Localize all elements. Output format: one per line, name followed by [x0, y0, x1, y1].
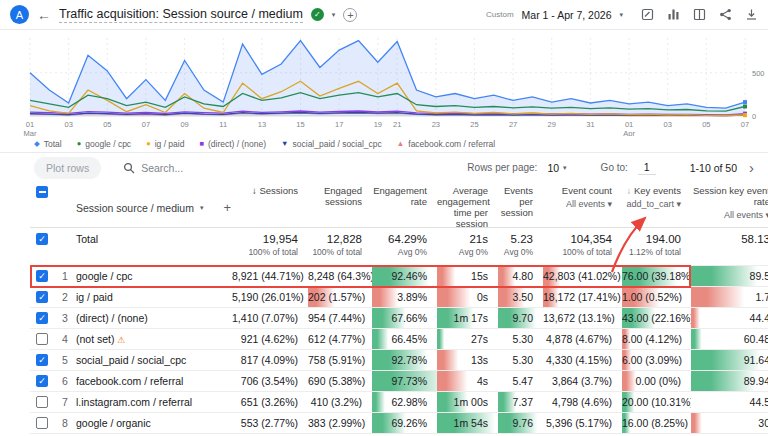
svg-text:25: 25: [470, 120, 478, 129]
svg-text:29: 29: [548, 120, 556, 129]
row-checkbox[interactable]: ✓: [36, 354, 48, 366]
legend-item[interactable]: ●ig / paid: [146, 139, 184, 149]
row-checkbox[interactable]: [36, 333, 48, 345]
column-header[interactable]: Events per session: [498, 182, 543, 227]
metric-cell: 5,190 (26.01%): [232, 287, 308, 307]
date-caret-icon[interactable]: ▾: [619, 11, 623, 19]
select-all-checkbox[interactable]: [36, 186, 48, 198]
dimension-selector[interactable]: Session source / medium▾+: [76, 182, 232, 227]
legend-item[interactable]: ▲facebook.com / referral: [397, 139, 495, 149]
svg-text:19: 19: [374, 120, 382, 129]
select-all-cell: [30, 182, 54, 227]
svg-text:03: 03: [664, 120, 672, 129]
legend-item[interactable]: ▼social_paid / social_cpc: [281, 139, 382, 149]
metric-selector[interactable]: add_to_cart ▾: [622, 199, 681, 209]
table-row[interactable]: 8google / organic553 (2.77%)383 (2.99%)6…: [30, 413, 768, 434]
date-type-label: Custom: [486, 10, 514, 19]
compare-icon[interactable]: [693, 8, 706, 21]
column-header[interactable]: ↓ Key eventsadd_to_cart ▾: [622, 182, 691, 227]
table-row[interactable]: 4(not set) ⚠921 (4.62%)612 (4.77%)66.45%…: [30, 329, 768, 350]
metric-cell: 612 (4.77%): [308, 329, 372, 349]
title-menu-caret-icon[interactable]: ▾: [332, 11, 336, 19]
topbar-actions: [641, 8, 758, 21]
svg-text:09: 09: [180, 120, 188, 129]
svg-text:05: 05: [702, 120, 710, 129]
metric-cell: 1m 17s: [437, 308, 498, 328]
source-medium-label: (not set): [76, 333, 115, 345]
note-icon[interactable]: [641, 8, 654, 21]
metric-cell: 0.00 (0%): [622, 371, 691, 391]
legend-marker-icon: ■: [199, 140, 204, 148]
table-row[interactable]: ✓1google / cpc8,921 (44.71%)8,248 (64.3%…: [30, 266, 768, 287]
legend-label: google / cpc: [85, 139, 131, 149]
source-medium-label: (direct) / (none): [76, 312, 148, 324]
data-table: Session source / medium▾+↓ SessionsEngag…: [30, 182, 768, 434]
table-row[interactable]: ✓6facebook.com / referral706 (3.54%)690 …: [30, 371, 768, 392]
add-report-button[interactable]: +: [343, 8, 357, 22]
row-checkbox[interactable]: ✓: [36, 291, 48, 303]
download-icon[interactable]: [745, 8, 758, 21]
top-bar: A ← Traffic acquisition: Session source …: [0, 0, 768, 30]
svg-text:15: 15: [296, 120, 304, 129]
row-number: 4: [54, 329, 76, 349]
legend-item[interactable]: ■(direct) / (none): [199, 139, 266, 149]
row-checkbox[interactable]: ✓: [36, 233, 48, 245]
rows-per-page-select[interactable]: 10 ▾: [547, 162, 566, 174]
row-checkbox[interactable]: ✓: [36, 375, 48, 387]
next-page-button[interactable]: ›: [747, 160, 756, 175]
search-icon: [123, 162, 135, 174]
metric-cell: 651 (3.26%): [232, 392, 308, 412]
column-header[interactable]: Engagement rate: [372, 182, 437, 227]
column-header[interactable]: Average engagement time per session: [437, 182, 498, 227]
metric-cell: 5.47: [498, 371, 543, 391]
table-row[interactable]: ✓3(direct) / (none)1,410 (7.07%)954 (7.4…: [30, 308, 768, 329]
pagination-range: 1-10 of 50: [690, 162, 737, 174]
avatar[interactable]: A: [10, 5, 29, 24]
row-checkbox[interactable]: [36, 396, 48, 408]
status-check-icon: ✓: [311, 8, 324, 21]
back-arrow-icon[interactable]: ←: [37, 8, 51, 22]
table-row[interactable]: ✓5social_paid / social_cpc817 (4.09%)758…: [30, 350, 768, 371]
search-input[interactable]: [141, 162, 291, 174]
metric-cell: 8,921 (44.71%): [232, 266, 308, 286]
rows-per-page-value: 10: [547, 162, 559, 174]
column-header[interactable]: ↓ Sessions: [232, 182, 308, 227]
table-row[interactable]: ✓2ig / paid5,190 (26.01%)202 (1.57%)3.89…: [30, 287, 768, 308]
checkbox-cell: ✓: [30, 287, 54, 307]
row-checkbox[interactable]: [36, 417, 48, 429]
row-checkbox[interactable]: ✓: [36, 270, 48, 282]
traffic-chart[interactable]: 01Mar03050709111315171921232527293101Apr…: [0, 30, 768, 136]
metric-selector[interactable]: All events ▾: [543, 199, 612, 209]
column-header[interactable]: Event countAll events ▾: [543, 182, 622, 227]
source-medium-cell: google / cpc: [76, 266, 232, 286]
totals-cell: 104,354100% of total: [543, 228, 622, 265]
metric-selector[interactable]: All events ▾: [691, 210, 768, 220]
metric-cell: 4s: [437, 371, 498, 391]
plot-rows-button[interactable]: Plot rows: [34, 157, 101, 179]
column-label: Session key event rate: [693, 185, 768, 207]
metric-cell: 6.00 (3.09%): [622, 350, 691, 370]
page-title[interactable]: Traffic acquisition: Session source / me…: [59, 7, 303, 23]
goto-input[interactable]: 1: [638, 161, 656, 175]
metric-cell: 20.00 (10.31%): [622, 392, 691, 412]
metric-cell: 0s: [437, 287, 498, 307]
table-row[interactable]: 7l.instagram.com / referral651 (3.26%)41…: [30, 392, 768, 413]
source-medium-label: social_paid / social_cpc: [76, 354, 186, 366]
date-range-picker[interactable]: Mar 1 - Apr 7, 2026: [522, 9, 612, 21]
column-header[interactable]: Session key event rateAll events ▾: [691, 182, 768, 227]
row-checkbox[interactable]: ✓: [36, 312, 48, 324]
legend-item[interactable]: ◆Total: [34, 139, 62, 149]
column-header[interactable]: Engaged sessions: [308, 182, 372, 227]
search-box[interactable]: [123, 162, 291, 174]
legend-item[interactable]: ●google / cpc: [77, 139, 131, 149]
sort-arrow-icon[interactable]: ↓: [627, 185, 634, 196]
row-number: 5: [54, 350, 76, 370]
share-icon[interactable]: [719, 8, 732, 21]
svg-text:11: 11: [219, 120, 227, 129]
checkbox-cell: [30, 329, 54, 349]
svg-text:05: 05: [103, 120, 111, 129]
add-secondary-dimension-button[interactable]: +: [223, 200, 231, 215]
insights-icon[interactable]: [667, 8, 680, 21]
legend-marker-icon: ◆: [34, 140, 40, 148]
totals-label: Total: [76, 228, 232, 265]
